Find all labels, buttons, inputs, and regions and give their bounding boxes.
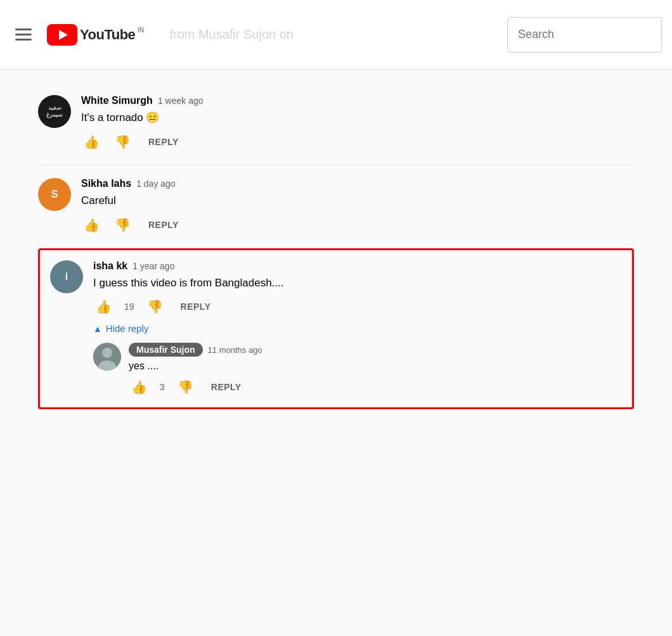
thumbs-up-icon: 👍 [131,379,147,395]
comment-body: Sikha lahs 1 day ago Careful 👍 👎 REPLY [81,178,634,235]
thumbs-up-icon: 👍 [84,217,100,232]
search-input[interactable] [507,17,662,53]
header-title: from Musafir Sujon on [169,27,482,42]
comment-author: Sikha lahs [81,178,131,189]
like-button[interactable]: 👍 [81,132,102,152]
dislike-button[interactable]: 👎 [112,215,133,235]
reply-author-badge: Musafir Sujon [129,343,203,357]
avatar: i [50,260,83,293]
reply-like-button[interactable]: 👍 [129,377,150,397]
comment-author: White Simurgh [81,95,153,106]
reply-text: yes .... [129,360,622,372]
reply-time: 11 months ago [208,345,262,355]
comment-time: 1 week ago [158,96,204,106]
thumbs-down-icon: 👎 [178,379,193,395]
comment-header: isha kk 1 year ago [93,260,622,272]
hide-reply-button[interactable]: ▲ Hide reply [93,323,148,334]
avatar: سفید سیمرغ [38,95,71,128]
svg-point-3 [102,348,112,358]
arrow-up-icon: ▲ [93,324,102,334]
comment-time: 1 year ago [132,261,174,271]
like-count: 19 [124,302,134,312]
reply-button[interactable]: REPLY [176,299,216,314]
reply-avatar [93,343,121,371]
comment-body: White Simurgh 1 week ago It's a tornado … [81,95,634,152]
header: YouTube IN from Musafir Sujon on [0,0,672,70]
avatar: S [38,178,71,211]
reply-like-count: 3 [160,382,165,392]
comment-text: Careful [81,193,634,208]
thumbs-down-icon: 👎 [115,134,131,149]
comments-container: سفید سیمرغ White Simurgh 1 week ago It's… [0,70,672,422]
reply-item: Musafir Sujon 11 months ago yes .... 👍 3… [93,343,622,397]
comment-actions: 👍 👎 REPLY [81,132,634,152]
thumbs-down-icon: 👎 [115,217,131,232]
thumbs-up-icon: 👍 [96,299,112,314]
dislike-button[interactable]: 👎 [145,296,165,317]
thumbs-down-icon: 👎 [147,299,163,314]
comment-author: isha kk [93,260,127,272]
comment-item: سفید سیمرغ White Simurgh 1 week ago It's… [38,82,634,165]
comment-body: isha kk 1 year ago I guess this video is… [93,260,622,398]
youtube-icon [47,24,77,46]
reply-button[interactable]: REPLY [143,217,184,232]
comment-text: It's a tornado 😑 [81,110,634,125]
youtube-text: YouTube [80,27,135,43]
reply-header: Musafir Sujon 11 months ago [129,343,622,357]
like-button[interactable]: 👍 [93,296,114,317]
youtube-logo[interactable]: YouTube IN [47,24,144,46]
like-button[interactable]: 👍 [81,215,102,235]
comment-text: I guess this video is from Bangladesh...… [93,276,622,291]
comment-actions: 👍 19 👎 REPLY [93,296,622,317]
reply-dislike-button[interactable]: 👎 [175,377,196,397]
reply-reply-button[interactable]: REPLY [206,379,247,395]
reply-actions: 👍 3 👎 REPLY [129,377,622,397]
reply-body: Musafir Sujon 11 months ago yes .... 👍 3… [129,343,622,397]
comment-header: White Simurgh 1 week ago [81,95,634,106]
reply-button[interactable]: REPLY [143,134,184,149]
comment-header: Sikha lahs 1 day ago [81,178,634,189]
comment-time: 1 day ago [136,179,176,189]
thumbs-up-icon: 👍 [84,134,100,149]
search-box [507,17,662,53]
highlighted-comment-box: i isha kk 1 year ago I guess this video … [38,248,634,410]
menu-button[interactable] [10,23,37,46]
comment-item: i isha kk 1 year ago I guess this video … [50,260,622,398]
country-badge: IN [138,27,144,34]
dislike-button[interactable]: 👎 [112,132,133,152]
hamburger-icon [15,29,32,41]
hide-reply-label: Hide reply [106,323,149,334]
comment-actions: 👍 👎 REPLY [81,215,634,235]
comment-item: S Sikha lahs 1 day ago Careful 👍 👎 REPLY [38,165,634,248]
